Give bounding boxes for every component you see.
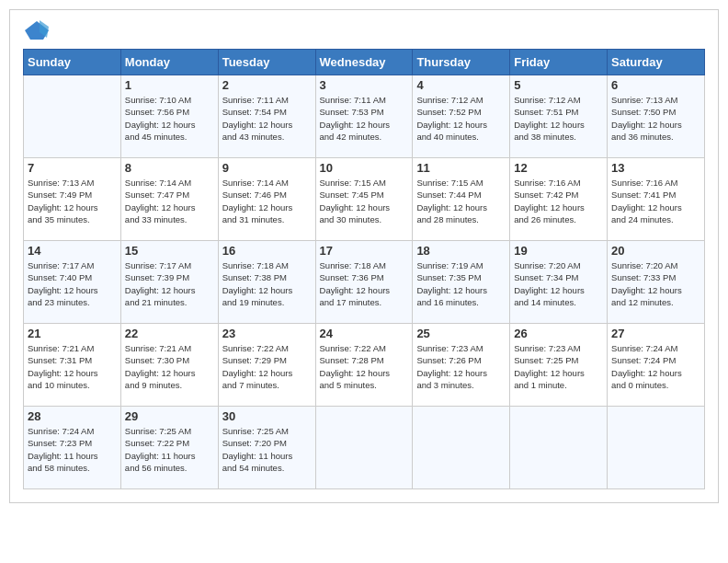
calendar-cell: 9Sunrise: 7:14 AM Sunset: 7:46 PM Daylig… xyxy=(218,158,315,241)
cell-content: Sunrise: 7:16 AM Sunset: 7:42 PM Dayligh… xyxy=(514,177,603,225)
calendar-week-2: 7Sunrise: 7:13 AM Sunset: 7:49 PM Daylig… xyxy=(24,158,705,241)
day-number: 19 xyxy=(514,244,603,258)
cell-content: Sunrise: 7:21 AM Sunset: 7:30 PM Dayligh… xyxy=(125,342,214,391)
calendar-cell xyxy=(510,407,608,489)
calendar-cell: 2Sunrise: 7:11 AM Sunset: 7:54 PM Daylig… xyxy=(218,75,315,158)
day-number: 2 xyxy=(222,78,312,92)
calendar-week-4: 21Sunrise: 7:21 AM Sunset: 7:31 PM Dayli… xyxy=(24,324,705,407)
header-area xyxy=(23,19,705,41)
calendar-cell: 7Sunrise: 7:13 AM Sunset: 7:49 PM Daylig… xyxy=(24,158,121,241)
calendar-cell: 15Sunrise: 7:17 AM Sunset: 7:39 PM Dayli… xyxy=(120,241,218,324)
day-number: 7 xyxy=(28,161,117,175)
calendar-cell: 4Sunrise: 7:12 AM Sunset: 7:52 PM Daylig… xyxy=(413,75,510,158)
cell-content: Sunrise: 7:22 AM Sunset: 7:29 PM Dayligh… xyxy=(222,342,312,391)
logo-icon xyxy=(23,19,51,41)
cell-content: Sunrise: 7:13 AM Sunset: 7:50 PM Dayligh… xyxy=(611,94,700,143)
day-number: 11 xyxy=(416,161,506,175)
cell-content: Sunrise: 7:13 AM Sunset: 7:49 PM Dayligh… xyxy=(28,177,117,225)
weekday-header-friday: Friday xyxy=(510,50,608,75)
calendar-cell: 26Sunrise: 7:23 AM Sunset: 7:25 PM Dayli… xyxy=(510,324,608,407)
day-number: 15 xyxy=(125,244,214,258)
calendar-cell: 23Sunrise: 7:22 AM Sunset: 7:29 PM Dayli… xyxy=(218,324,315,407)
calendar-cell: 16Sunrise: 7:18 AM Sunset: 7:38 PM Dayli… xyxy=(218,241,315,324)
cell-content: Sunrise: 7:22 AM Sunset: 7:28 PM Dayligh… xyxy=(320,342,409,391)
cell-content: Sunrise: 7:25 AM Sunset: 7:20 PM Dayligh… xyxy=(222,425,312,474)
calendar-week-5: 28Sunrise: 7:24 AM Sunset: 7:23 PM Dayli… xyxy=(24,407,705,489)
day-number: 26 xyxy=(514,327,603,340)
calendar-week-1: 1Sunrise: 7:10 AM Sunset: 7:56 PM Daylig… xyxy=(24,75,705,158)
calendar-cell: 30Sunrise: 7:25 AM Sunset: 7:20 PM Dayli… xyxy=(218,407,315,489)
calendar-cell: 20Sunrise: 7:20 AM Sunset: 7:33 PM Dayli… xyxy=(608,241,705,324)
logo xyxy=(23,19,54,41)
weekday-header-sunday: Sunday xyxy=(24,50,121,75)
calendar-cell: 10Sunrise: 7:15 AM Sunset: 7:45 PM Dayli… xyxy=(315,158,413,241)
day-number: 6 xyxy=(611,78,700,92)
cell-content: Sunrise: 7:19 AM Sunset: 7:35 PM Dayligh… xyxy=(416,259,506,308)
cell-content: Sunrise: 7:15 AM Sunset: 7:45 PM Dayligh… xyxy=(320,177,409,225)
day-number: 17 xyxy=(320,244,409,258)
cell-content: Sunrise: 7:18 AM Sunset: 7:36 PM Dayligh… xyxy=(320,259,409,308)
calendar-cell xyxy=(24,75,121,158)
calendar-cell xyxy=(608,407,705,489)
cell-content: Sunrise: 7:20 AM Sunset: 7:33 PM Dayligh… xyxy=(611,259,700,308)
calendar-week-3: 14Sunrise: 7:17 AM Sunset: 7:40 PM Dayli… xyxy=(24,241,705,324)
day-number: 4 xyxy=(416,78,506,92)
day-number: 12 xyxy=(514,161,603,175)
calendar-cell: 5Sunrise: 7:12 AM Sunset: 7:51 PM Daylig… xyxy=(510,75,608,158)
cell-content: Sunrise: 7:24 AM Sunset: 7:23 PM Dayligh… xyxy=(28,425,117,474)
calendar-cell: 27Sunrise: 7:24 AM Sunset: 7:24 PM Dayli… xyxy=(608,324,705,407)
calendar-cell: 17Sunrise: 7:18 AM Sunset: 7:36 PM Dayli… xyxy=(315,241,413,324)
calendar-cell: 25Sunrise: 7:23 AM Sunset: 7:26 PM Dayli… xyxy=(413,324,510,407)
calendar-cell: 28Sunrise: 7:24 AM Sunset: 7:23 PM Dayli… xyxy=(24,407,121,489)
day-number: 23 xyxy=(222,327,312,340)
cell-content: Sunrise: 7:11 AM Sunset: 7:53 PM Dayligh… xyxy=(320,94,409,143)
day-number: 20 xyxy=(611,244,700,258)
weekday-header-monday: Monday xyxy=(120,50,218,75)
calendar-cell: 24Sunrise: 7:22 AM Sunset: 7:28 PM Dayli… xyxy=(315,324,413,407)
cell-content: Sunrise: 7:20 AM Sunset: 7:34 PM Dayligh… xyxy=(514,259,603,308)
calendar-header: SundayMondayTuesdayWednesdayThursdayFrid… xyxy=(24,50,705,75)
calendar-cell: 19Sunrise: 7:20 AM Sunset: 7:34 PM Dayli… xyxy=(510,241,608,324)
day-number: 24 xyxy=(320,327,409,340)
calendar-cell: 8Sunrise: 7:14 AM Sunset: 7:47 PM Daylig… xyxy=(120,158,218,241)
weekday-header-row: SundayMondayTuesdayWednesdayThursdayFrid… xyxy=(24,50,705,75)
calendar-cell: 6Sunrise: 7:13 AM Sunset: 7:50 PM Daylig… xyxy=(608,75,705,158)
cell-content: Sunrise: 7:12 AM Sunset: 7:51 PM Dayligh… xyxy=(514,94,603,143)
day-number: 25 xyxy=(416,327,506,340)
day-number: 8 xyxy=(125,161,214,175)
cell-content: Sunrise: 7:15 AM Sunset: 7:44 PM Dayligh… xyxy=(416,177,506,225)
cell-content: Sunrise: 7:11 AM Sunset: 7:54 PM Dayligh… xyxy=(222,94,312,143)
calendar-cell: 13Sunrise: 7:16 AM Sunset: 7:41 PM Dayli… xyxy=(608,158,705,241)
day-number: 16 xyxy=(222,244,312,258)
day-number: 28 xyxy=(28,409,117,423)
day-number: 3 xyxy=(320,78,409,92)
calendar-cell: 14Sunrise: 7:17 AM Sunset: 7:40 PM Dayli… xyxy=(24,241,121,324)
weekday-header-wednesday: Wednesday xyxy=(315,50,413,75)
calendar-cell: 18Sunrise: 7:19 AM Sunset: 7:35 PM Dayli… xyxy=(413,241,510,324)
cell-content: Sunrise: 7:12 AM Sunset: 7:52 PM Dayligh… xyxy=(416,94,506,143)
cell-content: Sunrise: 7:17 AM Sunset: 7:40 PM Dayligh… xyxy=(28,259,117,308)
day-number: 1 xyxy=(125,78,214,92)
calendar-cell: 21Sunrise: 7:21 AM Sunset: 7:31 PM Dayli… xyxy=(24,324,121,407)
calendar-cell: 22Sunrise: 7:21 AM Sunset: 7:30 PM Dayli… xyxy=(120,324,218,407)
cell-content: Sunrise: 7:17 AM Sunset: 7:39 PM Dayligh… xyxy=(125,259,214,308)
cell-content: Sunrise: 7:23 AM Sunset: 7:26 PM Dayligh… xyxy=(416,342,506,391)
calendar-body: 1Sunrise: 7:10 AM Sunset: 7:56 PM Daylig… xyxy=(24,75,705,489)
page-container: SundayMondayTuesdayWednesdayThursdayFrid… xyxy=(9,9,719,503)
day-number: 22 xyxy=(125,327,214,340)
weekday-header-tuesday: Tuesday xyxy=(218,50,315,75)
weekday-header-thursday: Thursday xyxy=(413,50,510,75)
cell-content: Sunrise: 7:10 AM Sunset: 7:56 PM Dayligh… xyxy=(125,94,214,143)
cell-content: Sunrise: 7:23 AM Sunset: 7:25 PM Dayligh… xyxy=(514,342,603,391)
calendar-cell: 29Sunrise: 7:25 AM Sunset: 7:22 PM Dayli… xyxy=(120,407,218,489)
calendar-table: SundayMondayTuesdayWednesdayThursdayFrid… xyxy=(23,49,705,489)
cell-content: Sunrise: 7:14 AM Sunset: 7:47 PM Dayligh… xyxy=(125,177,214,225)
calendar-cell: 12Sunrise: 7:16 AM Sunset: 7:42 PM Dayli… xyxy=(510,158,608,241)
calendar-cell: 1Sunrise: 7:10 AM Sunset: 7:56 PM Daylig… xyxy=(120,75,218,158)
day-number: 30 xyxy=(222,409,312,423)
cell-content: Sunrise: 7:14 AM Sunset: 7:46 PM Dayligh… xyxy=(222,177,312,225)
day-number: 29 xyxy=(125,409,214,423)
calendar-cell xyxy=(315,407,413,489)
day-number: 13 xyxy=(611,161,700,175)
weekday-header-saturday: Saturday xyxy=(608,50,705,75)
